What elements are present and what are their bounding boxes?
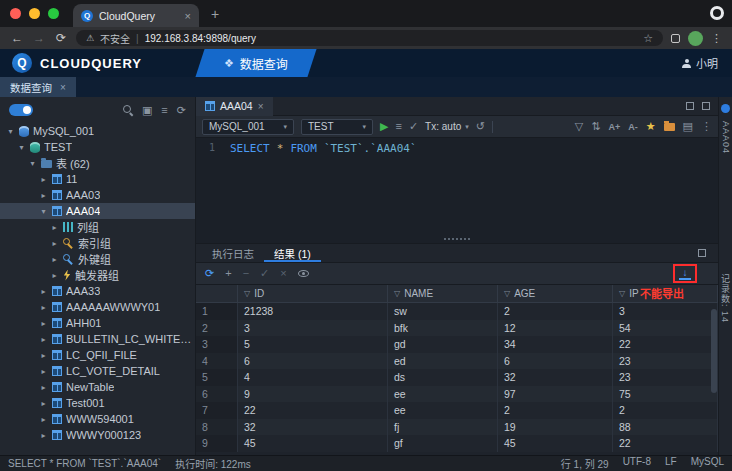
tree-item[interactable]: ▾MySQL_001 — [0, 123, 195, 139]
collapse-all-icon[interactable]: ≡ — [161, 105, 167, 116]
tree-item[interactable]: ▸索引组 — [0, 235, 195, 251]
resize-handle-icon[interactable] — [444, 238, 470, 240]
chevron-right-icon[interactable]: ▸ — [50, 271, 59, 280]
sidebar-toggle-switch[interactable] — [9, 104, 33, 116]
format-sql-icon[interactable]: ≡ — [395, 121, 401, 132]
security-label[interactable]: 不安全 — [100, 31, 130, 46]
table-row[interactable]: 23bfk1254 — [196, 320, 718, 337]
chevron-right-icon[interactable]: ▸ — [39, 319, 48, 328]
layout-icon[interactable] — [702, 102, 710, 110]
chevron-right-icon[interactable]: ▸ — [39, 175, 48, 184]
chevron-right-icon[interactable]: ▸ — [39, 431, 48, 440]
table-cell[interactable]: sw — [388, 303, 498, 320]
table-row[interactable]: 832fj1988 — [196, 419, 718, 436]
sql-editor[interactable]: 1 SELECT * FROM `TEST`.`AAA04` — [196, 138, 718, 244]
browser-menu-icon[interactable]: ⋮ — [711, 32, 722, 45]
table-cell[interactable]: 4 — [238, 369, 388, 386]
refresh-results-icon[interactable]: ⟳ — [205, 268, 214, 279]
open-folder-icon[interactable] — [664, 123, 675, 131]
profile-avatar[interactable] — [688, 31, 703, 46]
chevron-down-icon[interactable]: ▾ — [17, 143, 26, 152]
more-menu-icon[interactable]: ⋮ — [701, 121, 712, 132]
chevron-right-icon[interactable]: ▸ — [39, 367, 48, 376]
results-scrollbar[interactable] — [711, 309, 717, 393]
chevron-right-icon[interactable]: ▸ — [50, 255, 59, 264]
table-row[interactable]: 945gf4522 — [196, 435, 718, 452]
tree-item[interactable]: ▸AAA03 — [0, 187, 195, 203]
table-cell[interactable]: ee — [388, 386, 498, 403]
table-cell[interactable]: ee — [388, 402, 498, 419]
fullscreen-icon[interactable] — [686, 102, 694, 110]
table-cell[interactable]: 2 — [613, 402, 718, 419]
row-number-cell[interactable]: 1 — [196, 303, 238, 320]
table-cell[interactable]: ed — [388, 353, 498, 370]
row-number-cell[interactable]: 6 — [196, 386, 238, 403]
close-icon[interactable]: × — [60, 82, 66, 93]
table-row[interactable]: 35gd3422 — [196, 336, 718, 353]
row-number-cell[interactable]: 5 — [196, 369, 238, 386]
commit-icon[interactable]: ✓ — [260, 268, 269, 279]
chevron-right-icon[interactable]: ▸ — [50, 223, 59, 232]
table-cell[interactable]: gf — [388, 435, 498, 452]
table-cell[interactable]: 5 — [238, 336, 388, 353]
url-text[interactable]: 192.168.3.84:9898/query — [145, 33, 256, 44]
nav-data-query[interactable]: ❖ 数据查询 — [200, 49, 312, 77]
tree-item[interactable]: ▾表 (62) — [0, 155, 195, 171]
rollback-icon[interactable]: × — [280, 268, 286, 279]
column-header[interactable]: ▽ID — [238, 285, 388, 302]
connection-select[interactable]: MySQL_001 ▾ — [202, 119, 294, 135]
row-number-cell[interactable]: 4 — [196, 353, 238, 370]
filter-icon[interactable]: ▽ — [504, 289, 510, 298]
row-number-cell[interactable]: 9 — [196, 435, 238, 452]
rail-tab-aaa04[interactable]: AAA04 — [721, 121, 731, 154]
refresh-tree-icon[interactable]: ⟳ — [177, 105, 186, 116]
table-cell[interactable]: 54 — [613, 320, 718, 337]
chevron-down-icon[interactable]: ▾ — [28, 159, 37, 168]
tree-item[interactable]: ▸NewTable — [0, 379, 195, 395]
tree-item[interactable]: ▸AAAAAAWWWY01 — [0, 299, 195, 315]
tree-item[interactable]: ▸LC_QFII_FILE — [0, 347, 195, 363]
table-cell[interactable]: 6 — [498, 353, 613, 370]
sql-code-line[interactable]: SELECT * FROM `TEST`.`AAA04` — [230, 142, 417, 155]
table-cell[interactable]: 2 — [498, 303, 613, 320]
column-header[interactable]: ▽NAME — [388, 285, 498, 302]
table-cell[interactable]: fj — [388, 419, 498, 436]
editor-tab-aaa04[interactable]: AAA04 × — [196, 97, 273, 116]
tree-item[interactable]: ▸Test001 — [0, 395, 195, 411]
add-row-icon[interactable]: + — [225, 268, 231, 279]
extensions-icon[interactable] — [671, 34, 680, 43]
table-cell[interactable]: ds — [388, 369, 498, 386]
table-cell[interactable]: 45 — [498, 435, 613, 452]
close-icon[interactable]: × — [258, 101, 264, 112]
undo-icon[interactable]: ↺ — [476, 121, 485, 132]
bookmark-star-icon[interactable]: ☆ — [643, 32, 653, 45]
table-cell[interactable]: 12 — [498, 320, 613, 337]
chevron-right-icon[interactable]: ▸ — [39, 191, 48, 200]
tree-item[interactable]: ▸AHH01 — [0, 315, 195, 331]
font-decrease-icon[interactable]: A- — [628, 122, 638, 132]
tab-results[interactable]: 结果 (1) — [264, 244, 321, 262]
table-cell[interactable]: 45 — [238, 435, 388, 452]
browser-tab[interactable]: Q CloudQuery × — [73, 4, 199, 27]
sort-icon[interactable]: ⇅ — [591, 121, 600, 132]
table-cell[interactable]: 23 — [613, 353, 718, 370]
table-row[interactable]: 121238sw23 — [196, 303, 718, 320]
table-cell[interactable]: 88 — [613, 419, 718, 436]
assistant-icon[interactable] — [721, 104, 730, 113]
tree-item[interactable]: ▸LC_VOTE_DETAIL — [0, 363, 195, 379]
export-download-icon[interactable]: ↓ — [679, 268, 691, 280]
filter-icon[interactable]: ▽ — [619, 289, 625, 298]
favorite-star-icon[interactable]: ★ — [646, 121, 656, 132]
filter-icon[interactable]: ▽ — [244, 289, 250, 298]
chevron-right-icon[interactable]: ▸ — [39, 383, 48, 392]
user-menu[interactable]: 小明 — [682, 55, 718, 71]
row-number-cell[interactable]: 7 — [196, 402, 238, 419]
table-row[interactable]: 54ds3223 — [196, 369, 718, 386]
table-cell[interactable]: 32 — [238, 419, 388, 436]
validate-icon[interactable]: ✓ — [409, 121, 418, 132]
chevron-right-icon[interactable]: ▸ — [39, 415, 48, 424]
tree-item[interactable]: ▸外键组 — [0, 251, 195, 267]
tree-item[interactable]: ▾TEST — [0, 139, 195, 155]
back-icon[interactable]: ← — [10, 31, 24, 45]
table-cell[interactable]: 21238 — [238, 303, 388, 320]
